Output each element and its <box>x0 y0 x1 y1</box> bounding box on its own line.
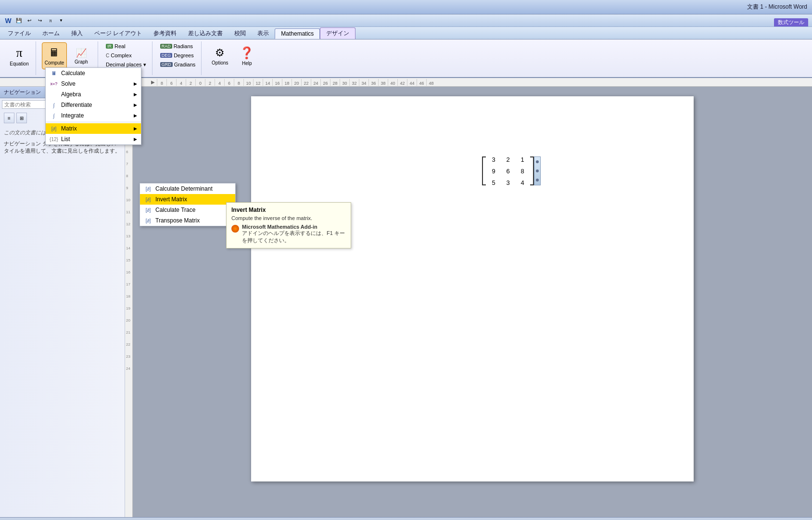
tab-references[interactable]: 参考資料 <box>148 28 182 39</box>
compute-label: Compute <box>45 60 64 65</box>
real-button[interactable]: IR Real <box>104 42 148 50</box>
calculate-label: Calculate <box>61 70 85 77</box>
ruler-mark: 2 <box>205 79 215 86</box>
ruler-mark: 2 <box>186 79 195 86</box>
differentiate-label: Differentiate <box>61 102 92 108</box>
ruler-mark: 26 <box>320 79 330 86</box>
calculate-icon: 🖩 <box>50 70 58 76</box>
gradians-button[interactable]: GRD Gradians <box>158 61 198 68</box>
tooltip-msmath: Microsoft Mathematics Add-in アドインのヘルプを表示… <box>231 224 346 244</box>
ruler-mark: 12 <box>253 79 263 86</box>
options-icon: ⚙ <box>215 47 225 59</box>
help-button[interactable]: ❓ Help <box>234 42 259 69</box>
menu-item-algebra[interactable]: Algebra ▶ <box>46 89 141 100</box>
matrix-cells: 3 2 1 9 6 8 5 3 4 <box>487 154 529 188</box>
equation-tools-label: 数式ツール <box>774 18 808 26</box>
equation-button[interactable]: π Equation <box>7 42 32 69</box>
complex-button[interactable]: C Complex <box>104 52 148 59</box>
ruler-mark: 4 <box>176 79 186 86</box>
ruler-toggle[interactable]: ▶ <box>149 79 157 85</box>
tab-home[interactable]: ホーム <box>37 28 65 39</box>
title-bar: 文書 1 - Microsoft Word <box>0 0 812 14</box>
menu-item-solve[interactable]: x=? Solve ▶ <box>46 78 141 89</box>
ruler-mark: 4 <box>215 79 224 86</box>
ruler-mark: 8 <box>157 79 166 86</box>
real-badge: IR <box>106 44 113 49</box>
menu-item-integrate[interactable]: ∫ Integrate ▶ <box>46 110 141 121</box>
ms-math-icon <box>231 225 239 233</box>
handle-dot <box>536 160 539 163</box>
diff-icon: ∫ <box>50 102 58 108</box>
ruler-mark: 38 <box>378 79 388 86</box>
matrix-cell: 2 <box>501 156 515 163</box>
invert-icon: [∂] <box>144 197 152 202</box>
calc-det-label: Calculate Determinant <box>155 185 213 192</box>
transpose-label: Transpose Matrix <box>155 217 200 224</box>
radians-button[interactable]: RAD Radians <box>158 42 198 50</box>
sidebar-list-view[interactable]: ≡ <box>4 113 14 123</box>
invert-matrix-tooltip: Invert Matrix Compute the inverse of the… <box>226 202 351 248</box>
submenu-transpose[interactable]: [∂] Transpose Matrix <box>140 215 235 226</box>
help-label: Help <box>242 61 252 66</box>
complex-label: Complex <box>111 52 131 58</box>
algebra-label: Algebra <box>61 91 81 98</box>
tab-mathematics[interactable]: Mathematics <box>275 28 320 39</box>
compute-button[interactable]: 🖩 Compute <box>42 42 67 69</box>
menu-item-differentiate[interactable]: ∫ Differentiate ▶ <box>46 100 141 110</box>
menu-item-list[interactable]: {12} List ▶ <box>46 134 141 144</box>
calc-trace-icon: [∂] <box>144 208 152 213</box>
pi-button[interactable]: π <box>46 16 55 25</box>
tab-review[interactable]: 校閲 <box>228 28 252 39</box>
rad-badge: RAD <box>160 44 172 49</box>
ruler-mark: 18 <box>282 79 292 86</box>
matrix-handle[interactable] <box>534 156 541 185</box>
sidebar: ナビゲーション ✕ ≡ ⊞ この文の文書には見出しがありません。 ナビゲーション… <box>0 87 125 517</box>
matrix-cell: 8 <box>516 168 529 175</box>
undo-button[interactable]: ↩ <box>25 16 34 25</box>
tab-design[interactable]: デザイン <box>320 27 355 39</box>
ruler-mark: 48 <box>426 79 436 86</box>
ruler-mark: 20 <box>292 79 301 86</box>
tab-page-layout[interactable]: ページ レイアウト <box>89 28 148 39</box>
menu-item-matrix[interactable]: [∂] Matrix ▶ <box>46 123 141 134</box>
degrees-button[interactable]: DEG Degrees <box>158 52 198 59</box>
title-bar-title: 文書 1 - Microsoft Word <box>747 3 807 11</box>
ruler-mark: 22 <box>301 79 311 86</box>
ribbon-group-equation: π Equation <box>3 41 36 75</box>
dropdown-arrow[interactable]: ▼ <box>57 16 65 25</box>
options-button[interactable]: ⚙ Options <box>207 42 232 69</box>
matrix-cell: 1 <box>516 156 529 163</box>
tab-mailings[interactable]: 差し込み文書 <box>182 28 228 39</box>
graph-button[interactable]: 📈 Graph <box>69 42 94 69</box>
matrix-left-bracket <box>482 156 486 185</box>
sidebar-title: ナビゲーション <box>4 89 41 96</box>
submenu-invert-matrix[interactable]: [∂] Invert Matrix <box>140 194 235 205</box>
app-body: ナビゲーション ✕ ≡ ⊞ この文の文書には見出しがありません。 ナビゲーション… <box>0 87 812 517</box>
word-icon: W <box>4 16 13 25</box>
tab-view[interactable]: 表示 <box>252 28 275 39</box>
calc-det-icon: [∂] <box>144 186 152 192</box>
equation-label: Equation <box>10 61 28 66</box>
ruler-mark: 40 <box>388 79 397 86</box>
sidebar-grid-view[interactable]: ⊞ <box>16 113 27 123</box>
tab-insert[interactable]: 挿入 <box>65 28 89 39</box>
tab-file[interactable]: ファイル <box>2 28 37 39</box>
matrix-cell: 6 <box>501 168 515 175</box>
menu-item-calculate[interactable]: 🖩 Calculate <box>46 68 141 78</box>
submenu-calc-det[interactable]: [∂] Calculate Determinant <box>140 183 235 194</box>
ruler-mark: 36 <box>368 79 378 86</box>
document-page[interactable]: 3 2 1 9 6 8 5 3 4 <box>251 96 694 481</box>
ruler-mark: 14 <box>263 79 272 86</box>
tooltip-title: Invert Matrix <box>231 207 346 213</box>
ribbon-group-options: ⚙ Options ❓ Help <box>203 41 263 75</box>
help-icon: ❓ <box>240 46 254 60</box>
submenu-calc-trace[interactable]: [∂] Calculate Trace <box>140 205 235 215</box>
ruler-mark: 30 <box>340 79 349 86</box>
redo-button[interactable]: ↪ <box>36 16 44 25</box>
ruler-mark: 42 <box>397 79 407 86</box>
ruler-mark: 6 <box>166 79 176 86</box>
save-button[interactable]: 💾 <box>14 16 23 25</box>
deg-badge: DEG <box>160 53 173 58</box>
diff-arrow: ▶ <box>134 103 137 107</box>
handle-dot <box>536 169 539 172</box>
